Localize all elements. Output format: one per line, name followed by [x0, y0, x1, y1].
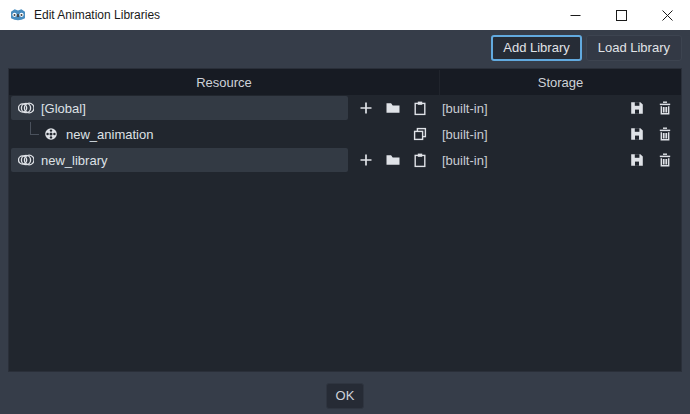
tree-branch-line — [30, 122, 39, 135]
load-library-button[interactable]: Load Library — [586, 35, 682, 61]
save-library-icon[interactable] — [629, 152, 645, 168]
table-row: [Global] [built-in] — [9, 95, 681, 121]
table-row: new_library [built-in] — [9, 147, 681, 173]
add-animation-icon[interactable] — [358, 152, 374, 168]
table-row: new_animation [built-in] — [9, 121, 681, 147]
window-title: Edit Animation Libraries — [34, 8, 552, 22]
load-animation-folder-icon[interactable] — [385, 152, 401, 168]
library-name-field[interactable]: new_library — [11, 148, 348, 172]
animation-library-icon — [18, 152, 34, 168]
add-animation-icon[interactable] — [358, 100, 374, 116]
row-actions — [348, 126, 436, 142]
save-library-icon[interactable] — [629, 100, 645, 116]
paste-animation-icon[interactable] — [412, 100, 428, 116]
minimize-button[interactable] — [552, 0, 598, 30]
library-name-field[interactable]: [Global] — [11, 96, 348, 120]
row-actions — [348, 152, 436, 168]
ok-button[interactable]: OK — [326, 383, 365, 409]
dialog-footer: OK — [0, 383, 690, 409]
godot-logo-icon — [9, 6, 27, 24]
column-header-storage: Storage — [439, 70, 681, 95]
row-file-actions — [629, 152, 681, 168]
storage-label: [built-in] — [442, 153, 488, 168]
row-file-actions — [629, 126, 681, 142]
window-controls — [552, 0, 690, 30]
animation-name-label: new_animation — [66, 127, 153, 142]
paste-animation-icon[interactable] — [412, 152, 428, 168]
row-file-actions — [629, 100, 681, 116]
storage-label: [built-in] — [442, 101, 488, 116]
delete-library-icon[interactable] — [657, 100, 673, 116]
animation-name-item[interactable]: new_animation — [11, 122, 348, 146]
tree-header: Resource Storage — [9, 69, 681, 95]
animation-library-icon — [18, 100, 34, 116]
edit-animation-libraries-dialog: Add Library Load Library Resource Storag… — [0, 30, 690, 414]
toolbar: Add Library Load Library — [0, 30, 690, 61]
storage-label: [built-in] — [442, 127, 488, 142]
maximize-icon — [616, 10, 627, 21]
row-actions — [348, 100, 436, 116]
delete-animation-icon[interactable] — [657, 126, 673, 142]
library-name-label: [Global] — [41, 101, 86, 116]
column-header-resource: Resource — [9, 75, 439, 90]
titlebar: Edit Animation Libraries — [0, 0, 690, 30]
copy-animation-icon[interactable] — [412, 126, 428, 142]
add-library-button[interactable]: Add Library — [491, 35, 581, 61]
close-button[interactable] — [644, 0, 690, 30]
library-name-label: new_library — [41, 153, 107, 168]
close-icon — [662, 10, 673, 21]
animation-icon — [43, 126, 59, 142]
tree-empty-area — [9, 173, 681, 371]
library-tree: Resource Storage [Global] [built-in] — [8, 68, 682, 372]
maximize-button[interactable] — [598, 0, 644, 30]
delete-library-icon[interactable] — [657, 152, 673, 168]
minimize-icon — [570, 10, 581, 21]
save-animation-icon[interactable] — [629, 126, 645, 142]
load-animation-folder-icon[interactable] — [385, 100, 401, 116]
